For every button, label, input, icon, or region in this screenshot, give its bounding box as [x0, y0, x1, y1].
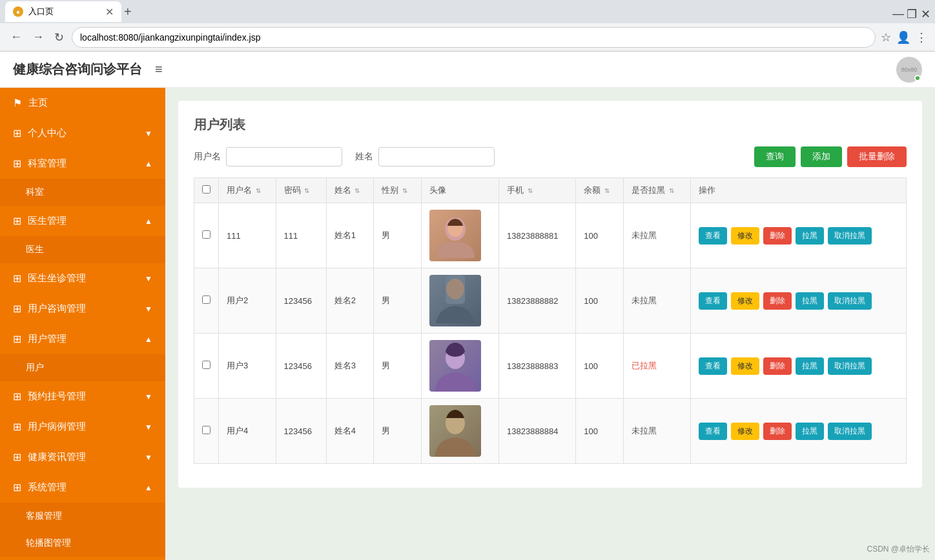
- main-content: 用户列表 用户名 姓名 查询 添加 批量删除: [165, 88, 935, 560]
- row-balance-3: 100: [576, 334, 624, 399]
- add-btn[interactable]: 添加: [801, 146, 842, 167]
- forward-btn[interactable]: →: [30, 28, 46, 46]
- more-btn[interactable]: ⋮: [916, 30, 927, 45]
- sidebar-item-carousel[interactable]: 轮播图管理: [0, 530, 165, 557]
- table-row: 111 111 姓名1 男 13823888881 100 未拉黑 查看 修改 …: [194, 203, 907, 268]
- user-avatar[interactable]: 80x80: [896, 57, 922, 83]
- header-isblack[interactable]: 是否拉黑 ⇅: [624, 178, 690, 203]
- black-btn-2[interactable]: 拉黑: [796, 292, 824, 310]
- sidebar-item-department[interactable]: ⊞ 科室管理 ▲: [0, 148, 165, 179]
- sidebar: ⚑ 主页 ⊞ 个人中心 ▼ ⊞ 科室管理 ▲ 科室 ⊞: [0, 88, 165, 560]
- sidebar-label-users: 用户管理: [28, 333, 67, 345]
- browser-tab[interactable]: ● 入口页 ✕: [5, 1, 121, 22]
- black-btn-4[interactable]: 拉黑: [796, 423, 824, 440]
- refresh-btn[interactable]: ↻: [52, 28, 67, 47]
- search-buttons: 查询 添加 批量删除: [754, 146, 907, 167]
- name-input[interactable]: [378, 147, 495, 166]
- unblack-btn-3[interactable]: 取消拉黑: [828, 357, 872, 375]
- sidebar-item-consult[interactable]: ⊞ 用户咨询管理 ▼: [0, 294, 165, 324]
- header-avatar: 头像: [422, 178, 499, 203]
- sidebar-item-system[interactable]: ⊞ 系统管理 ▲: [0, 472, 165, 503]
- delete-btn-1[interactable]: 删除: [763, 227, 792, 245]
- header-gender[interactable]: 性别 ⇅: [374, 178, 422, 203]
- table-body: 111 111 姓名1 男 13823888881 100 未拉黑 查看 修改 …: [194, 203, 907, 464]
- avatar-svg-4: [429, 405, 481, 457]
- row-select-4[interactable]: [202, 426, 211, 434]
- edit-btn-1[interactable]: 修改: [731, 227, 759, 245]
- menu-toggle-btn[interactable]: ≡: [155, 62, 163, 77]
- row-balance-1: 100: [576, 203, 624, 268]
- view-btn-2[interactable]: 查看: [699, 292, 727, 310]
- row-gender-2: 男: [374, 268, 422, 334]
- row-avatar-1: [422, 203, 499, 268]
- row-actions-3: 查看 修改 删除 拉黑 取消拉黑: [690, 334, 907, 399]
- sidebar-item-appoint[interactable]: ⊞ 预约挂号管理 ▼: [0, 381, 165, 412]
- header-phone[interactable]: 手机 ⇅: [499, 178, 576, 203]
- avatar-svg-1: [429, 210, 481, 261]
- row-select-2[interactable]: [202, 295, 211, 304]
- row-isblack-1: 未拉黑: [624, 203, 690, 268]
- search-btn[interactable]: 查询: [754, 146, 796, 167]
- black-btn-3[interactable]: 拉黑: [796, 357, 824, 375]
- select-all-checkbox[interactable]: [202, 185, 211, 194]
- users-icon: ⊞: [13, 333, 21, 345]
- black-btn-1[interactable]: 拉黑: [796, 227, 824, 245]
- unblack-btn-1[interactable]: 取消拉黑: [828, 227, 872, 245]
- table-header: 用户名 ⇅ 密码 ⇅ 姓名 ⇅ 性别 ⇅ 头像 手机 ⇅ 余额 ⇅ 是否拉黑 ⇅…: [194, 178, 907, 203]
- row-select-1[interactable]: [202, 230, 211, 239]
- sidebar-item-personal[interactable]: ⊞ 个人中心 ▼: [0, 118, 165, 148]
- cases-arrow: ▼: [145, 423, 152, 432]
- sidebar-item-schedule[interactable]: ⊞ 医生坐诊管理 ▼: [0, 263, 165, 294]
- row-phone-3: 13823888883: [499, 334, 576, 399]
- view-btn-3[interactable]: 查看: [699, 357, 727, 375]
- sidebar-item-doctor-sub[interactable]: 医生: [0, 236, 165, 263]
- edit-btn-2[interactable]: 修改: [731, 292, 759, 310]
- delete-btn-2[interactable]: 删除: [763, 292, 792, 310]
- delete-btn-4[interactable]: 删除: [763, 423, 792, 440]
- new-tab-btn[interactable]: +: [124, 5, 132, 19]
- app-body: ⚑ 主页 ⊞ 个人中心 ▼ ⊞ 科室管理 ▲ 科室 ⊞: [0, 88, 935, 560]
- tab-close-btn[interactable]: ✕: [105, 6, 114, 18]
- sidebar-item-cases[interactable]: ⊞ 用户病例管理 ▼: [0, 412, 165, 442]
- account-btn[interactable]: 👤: [896, 30, 910, 45]
- svg-point-3: [446, 279, 464, 299]
- batch-delete-btn[interactable]: 批量删除: [847, 146, 907, 167]
- back-btn[interactable]: ←: [8, 28, 25, 46]
- maximize-btn[interactable]: ❐: [907, 7, 916, 16]
- row-phone-1: 13823888881: [499, 203, 576, 268]
- row-select-3[interactable]: [202, 361, 211, 369]
- view-btn-1[interactable]: 查看: [699, 227, 727, 245]
- header-checkbox: [194, 178, 219, 203]
- header-balance[interactable]: 余额 ⇅: [576, 178, 624, 203]
- unblack-btn-4[interactable]: 取消拉黑: [828, 423, 872, 440]
- sidebar-item-doctor[interactable]: ⊞ 医生管理 ▲: [0, 206, 165, 236]
- edit-btn-3[interactable]: 修改: [731, 357, 759, 375]
- sidebar-sub-doctor: 医生: [0, 236, 165, 263]
- sidebar-label-service: 客服管理: [26, 510, 62, 522]
- row-avatar-4: [422, 399, 499, 464]
- sidebar-item-service[interactable]: 客服管理: [0, 503, 165, 530]
- delete-btn-3[interactable]: 删除: [763, 357, 792, 375]
- row-avatar-2: [422, 268, 499, 334]
- sidebar-item-user-sub[interactable]: 用户: [0, 354, 165, 381]
- header-name[interactable]: 姓名 ⇅: [326, 178, 374, 203]
- unblack-btn-2[interactable]: 取消拉黑: [828, 292, 872, 310]
- sidebar-item-home[interactable]: ⚑ 主页: [0, 88, 165, 118]
- bookmark-btn[interactable]: ☆: [881, 30, 891, 45]
- minimize-btn[interactable]: —: [892, 7, 901, 16]
- browser-chrome: ● 入口页 ✕ + — ❐ ✕ ← → ↻ ☆ 👤 ⋮: [0, 0, 935, 52]
- edit-btn-4[interactable]: 修改: [731, 423, 759, 440]
- address-bar[interactable]: [72, 27, 876, 48]
- sidebar-label-cases: 用户病例管理: [28, 421, 86, 433]
- sidebar-item-health[interactable]: ⊞ 健康资讯管理 ▼: [0, 442, 165, 472]
- sidebar-item-users[interactable]: ⊞ 用户管理 ▲: [0, 324, 165, 354]
- close-btn[interactable]: ✕: [921, 7, 930, 16]
- sidebar-label-schedule: 医生坐诊管理: [28, 272, 86, 285]
- header-password[interactable]: 密码 ⇅: [276, 178, 326, 203]
- header-username[interactable]: 用户名 ⇅: [219, 178, 276, 203]
- sidebar-item-room[interactable]: 科室: [0, 179, 165, 206]
- avatar-online-dot: [914, 75, 921, 81]
- schedule-icon: ⊞: [13, 272, 21, 285]
- view-btn-4[interactable]: 查看: [699, 423, 727, 440]
- username-input[interactable]: [226, 147, 342, 166]
